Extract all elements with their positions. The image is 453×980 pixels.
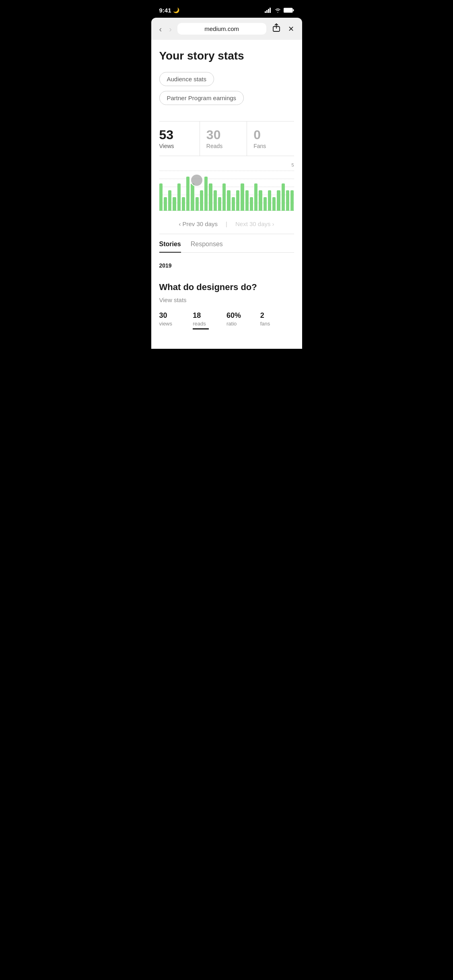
story-ratio-label: ratio [226, 321, 260, 327]
stats-row: 53 Views 30 Reads 0 Fans [159, 121, 294, 156]
forward-button[interactable]: › [167, 23, 173, 35]
next-arrow-icon: › [272, 220, 274, 227]
page-content: Your story stats Audience stats Partner … [151, 40, 302, 349]
chart-bar [182, 197, 185, 211]
story-reads-label: reads [193, 321, 226, 327]
share-button[interactable] [270, 22, 282, 36]
svg-rect-5 [293, 9, 294, 11]
year-section: 2019 [159, 253, 294, 275]
story-views-stat: 30 views [159, 311, 193, 329]
chart-bar [268, 190, 271, 211]
chart-bar [191, 183, 194, 211]
chart-bar [200, 190, 203, 211]
audience-stats-tab[interactable]: Audience stats [159, 72, 214, 86]
reads-stat: 30 Reads [200, 121, 247, 156]
browser-chrome: ‹ › medium.com ✕ [151, 18, 302, 40]
story-ratio-stat: 60% ratio [226, 311, 260, 329]
chart-bar [209, 183, 212, 211]
chart-bar [282, 183, 285, 211]
chart-bar [250, 197, 253, 211]
view-stats-link[interactable]: View stats [159, 296, 294, 303]
status-bar: 9:41 🌙 [151, 0, 302, 18]
next-period-button[interactable]: Next 30 days › [235, 220, 274, 227]
views-label: Views [159, 143, 200, 149]
moon-icon: 🌙 [173, 7, 179, 13]
signal-icon [265, 8, 272, 13]
chart-container: 5 [159, 163, 294, 211]
battery-icon [284, 8, 294, 13]
reads-label: Reads [206, 143, 247, 149]
next-label: Next 30 days [235, 220, 271, 227]
browser-toolbar: ‹ › medium.com ✕ [158, 22, 296, 40]
fans-number: 0 [253, 128, 294, 142]
partner-program-tab[interactable]: Partner Program earnings [159, 91, 244, 105]
chart-bar [227, 190, 230, 211]
views-number: 53 [159, 128, 200, 142]
story-ratio-number: 60% [226, 311, 260, 320]
chart-area [159, 171, 294, 211]
share-icon [272, 23, 281, 32]
chart-bar [254, 183, 257, 211]
chart-bar [204, 177, 208, 211]
prev-period-button[interactable]: ‹ Prev 30 days [179, 220, 218, 227]
chart-bar [196, 197, 199, 211]
chart-bar [245, 190, 249, 211]
svg-rect-2 [268, 9, 269, 13]
story-reads-number: 18 [193, 311, 226, 320]
svg-rect-3 [270, 8, 271, 13]
story-views-label: views [159, 321, 193, 327]
story-card: What do designers do? View stats 30 view… [159, 275, 294, 336]
chart-bar [286, 190, 289, 211]
chart-bar [264, 197, 267, 211]
chart-bar [159, 183, 163, 211]
chart-bar [277, 190, 280, 211]
tab-pills: Audience stats Partner Program earnings [159, 72, 294, 105]
reads-number: 30 [206, 128, 247, 142]
story-views-number: 30 [159, 311, 193, 320]
chart-bar [218, 197, 221, 211]
prev-arrow-icon: ‹ [179, 220, 181, 227]
svg-rect-1 [266, 10, 268, 13]
chart-bar [241, 183, 244, 211]
chart-bars [159, 171, 294, 211]
page-title: Your story stats [159, 49, 294, 62]
chart-bar [272, 197, 276, 211]
story-fans-stat: 2 fans [260, 311, 294, 329]
chart-bar [222, 183, 226, 211]
chart-bar [168, 190, 171, 211]
fans-label: Fans [253, 143, 294, 149]
year-label: 2019 [159, 262, 294, 269]
svg-rect-0 [265, 11, 266, 13]
chart-bar [164, 197, 167, 211]
story-title: What do designers do? [159, 282, 294, 293]
pagination-separator: | [226, 220, 227, 227]
chart-bar [214, 190, 217, 211]
close-button[interactable]: ✕ [286, 23, 296, 35]
stories-tab[interactable]: Stories [159, 241, 181, 253]
chart-bar [236, 190, 239, 211]
chart-bar [232, 197, 235, 211]
story-stats-row: 30 views 18 reads 60% ratio 2 fans [159, 311, 294, 329]
fans-stat: 0 Fans [247, 121, 294, 156]
chart-bar [173, 197, 176, 211]
wifi-icon [274, 8, 281, 13]
prev-label: Prev 30 days [183, 220, 218, 227]
sub-tabs: Stories Responses [159, 241, 294, 253]
reads-underline [193, 328, 209, 329]
chart-pagination: ‹ Prev 30 days | Next 30 days › [159, 214, 294, 234]
status-time: 9:41 [159, 7, 171, 14]
svg-rect-4 [284, 8, 292, 12]
chart-bar [177, 183, 181, 211]
back-button[interactable]: ‹ [158, 23, 164, 35]
chart-bar [290, 190, 294, 211]
responses-tab[interactable]: Responses [191, 241, 223, 253]
chart-tooltip [190, 174, 203, 187]
url-bar[interactable]: medium.com [177, 23, 266, 35]
story-fans-label: fans [260, 321, 294, 327]
status-icons [265, 8, 294, 13]
story-fans-number: 2 [260, 311, 294, 320]
chart-bar [186, 177, 189, 211]
views-stat: 53 Views [159, 121, 200, 156]
chart-y-label: 5 [291, 163, 294, 167]
story-reads-stat: 18 reads [193, 311, 226, 329]
